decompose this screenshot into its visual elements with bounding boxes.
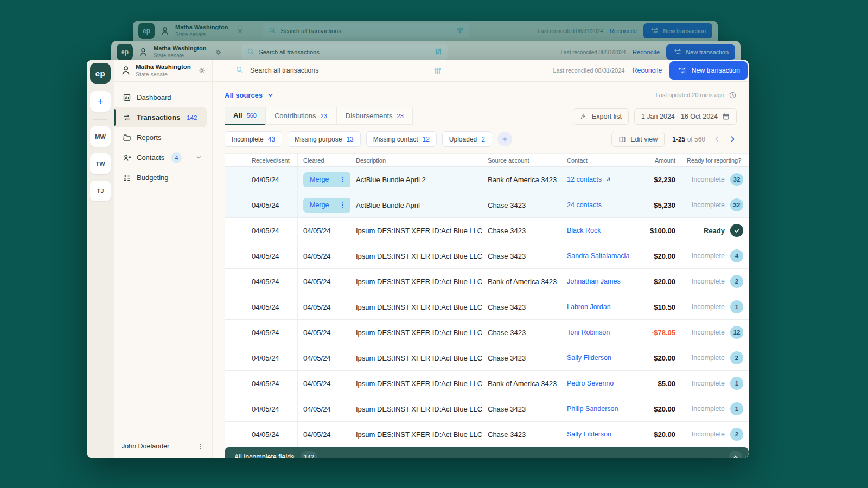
new-transaction-button[interactable]: New transaction	[669, 61, 748, 80]
gear-icon[interactable]	[198, 67, 206, 74]
contact-link[interactable]: Toni Robinson	[567, 329, 610, 336]
row-select-cell	[225, 320, 246, 345]
contact-link[interactable]: Philip Sanderson	[567, 405, 618, 413]
status-label: Incomplete	[692, 354, 725, 362]
row-select-cell	[225, 422, 246, 447]
chevron-up-icon[interactable]	[729, 451, 742, 459]
table-row[interactable]: 04/05/2404/05/24Ipsum DES:INST XFER ID:A…	[225, 422, 749, 447]
export-list-button[interactable]: Export list	[573, 108, 629, 125]
table-row[interactable]: 04/05/2404/05/24Ipsum DES:INST XFER ID:A…	[225, 320, 749, 345]
cell-amount: $20.00	[636, 243, 681, 268]
merge-button[interactable]: Merge	[303, 172, 350, 187]
table-row[interactable]: 04/05/2404/05/24Ipsum DES:INST XFER ID:A…	[225, 218, 749, 243]
date-range-picker[interactable]: 1 Jan 2024 - 16 Oct 2024	[634, 108, 737, 125]
kebab-menu-icon[interactable]	[339, 176, 347, 183]
table-row[interactable]: 04/05/2404/05/24Ipsum DES:INST XFER ID:A…	[225, 396, 749, 422]
status-label: Incomplete	[692, 380, 725, 387]
account-switcher[interactable]: Matha Washington State senate	[114, 60, 212, 82]
new-transaction-icon	[677, 67, 687, 74]
incomplete-fields-bar[interactable]: All incomplete fields 142	[225, 447, 749, 458]
footer-user-name: John Doelander	[122, 442, 169, 450]
tab-count: 23	[397, 113, 404, 119]
incomplete-count-badge[interactable]: 2	[730, 275, 743, 288]
cell-description: ActBlue Bundle April	[350, 192, 482, 217]
table-row[interactable]: 04/05/24MergeActBlue Bundle AprilChase 3…	[225, 192, 749, 218]
add-filter-button[interactable]	[497, 132, 512, 146]
incomplete-count-badge[interactable]: 4	[730, 249, 743, 262]
filter-chip-uploaded[interactable]: Uploaded2	[442, 131, 492, 147]
sidebar-item-count-pill: 4	[171, 152, 182, 163]
contact-link[interactable]: Johnathan James	[567, 278, 621, 285]
table-row[interactable]: 04/05/24MergeActBlue Bundle April 2Bank …	[225, 167, 749, 192]
sidebar-item-budgeting[interactable]: Budgeting	[114, 168, 207, 188]
column-header-description: Description	[350, 154, 482, 166]
contact-link[interactable]: Sally Filderson	[567, 431, 611, 438]
sidebar-item-contacts[interactable]: Contacts4	[114, 147, 207, 168]
cell-cleared: 04/05/24	[298, 269, 350, 294]
incomplete-count-badge[interactable]: 32	[730, 173, 743, 186]
status-label: Incomplete	[692, 431, 725, 438]
incomplete-count-badge[interactable]: 2	[730, 428, 743, 441]
cell-cleared: 04/05/24	[298, 371, 350, 396]
workspace-avatar-tw[interactable]: TW	[90, 153, 111, 174]
table-row[interactable]: 04/05/2404/05/24Ipsum DES:INST XFER ID:A…	[225, 294, 749, 320]
filter-chip-missing-contact[interactable]: Missing contact12	[366, 131, 437, 147]
cell-description: Ipsum DES:INST XFER ID:Act Blue LLC...	[350, 371, 482, 396]
incomplete-count-badge[interactable]: 2	[730, 351, 743, 364]
contact-link[interactable]: 12 contacts	[567, 176, 611, 183]
incomplete-count-badge[interactable]: 1	[730, 402, 743, 415]
incomplete-count-badge[interactable]: 1	[730, 377, 743, 390]
cell-source-account: Chase 3423	[482, 422, 561, 447]
table-row[interactable]: 04/05/2404/05/24Ipsum DES:INST XFER ID:A…	[225, 269, 749, 294]
contacts-icon	[123, 153, 131, 162]
edit-view-button[interactable]: Edit view	[611, 132, 665, 147]
merge-button[interactable]: Merge	[303, 198, 350, 213]
last-reconciled-text: Last reconciled 08/31/2024	[553, 67, 624, 74]
incomplete-fields-label: All incomplete fields	[234, 453, 294, 459]
contact-link[interactable]: Sally Filderson	[567, 354, 611, 362]
kebab-menu-icon[interactable]	[197, 442, 205, 450]
tab-all[interactable]: All560	[225, 107, 265, 125]
cell-received-sent: 04/05/24	[246, 320, 298, 345]
table-row[interactable]: 04/05/2404/05/24Ipsum DES:INST XFER ID:A…	[225, 243, 749, 269]
kebab-menu-icon[interactable]	[339, 201, 347, 209]
filter-chip-incomplete[interactable]: Incomplete43	[225, 131, 282, 147]
source-filter-dropdown[interactable]: All sources	[225, 91, 274, 99]
chevron-right-icon[interactable]	[729, 135, 737, 143]
sidebar-item-dashboard[interactable]: Dashboard	[114, 87, 207, 107]
sidebar-item-transactions[interactable]: Transactions142	[114, 107, 207, 127]
add-workspace-button[interactable]: +	[90, 91, 111, 112]
incomplete-count-badge[interactable]: 12	[730, 326, 743, 339]
filter-chips: Incomplete43Missing purpose13Missing con…	[225, 131, 512, 147]
column-header-source-account: Source account	[482, 154, 561, 166]
cell-cleared: 04/05/24	[298, 243, 350, 268]
cell-ready-status: Incomplete1	[681, 396, 749, 421]
cell-cleared: 04/05/24	[298, 294, 350, 319]
incomplete-count-badge[interactable]: 32	[730, 198, 743, 211]
contact-link[interactable]: 24 contacts	[567, 201, 602, 209]
contact-link[interactable]: Sandra Saltalamacia	[567, 252, 629, 260]
filter-sliders-icon[interactable]	[433, 67, 442, 75]
row-select-cell	[225, 269, 246, 294]
workspace-avatar-mw[interactable]: MW	[90, 126, 111, 147]
incomplete-count-badge[interactable]: 1	[730, 300, 743, 313]
contact-link[interactable]: Labron Jordan	[567, 303, 611, 311]
table-row[interactable]: 04/05/2404/05/24Ipsum DES:INST XFER ID:A…	[225, 345, 749, 371]
tab-disbursements[interactable]: Disbursements23	[336, 107, 413, 125]
main-panel: Last reconciled 08/31/2024 Reconcile New…	[213, 60, 749, 458]
cell-amount: $20.00	[636, 345, 681, 370]
filter-chip-missing-purpose[interactable]: Missing purpose13	[288, 131, 361, 147]
contact-link[interactable]: Pedro Severino	[567, 380, 614, 387]
workspace-avatar-tj[interactable]: TJ	[90, 181, 111, 201]
cell-source-account: Chase 3423	[482, 320, 561, 345]
chevron-left-icon[interactable]	[713, 135, 721, 143]
reconcile-link[interactable]: Reconcile	[632, 67, 662, 74]
sidebar-footer: John Doelander	[114, 434, 212, 458]
chevron-down-icon[interactable]	[195, 154, 202, 161]
table-row[interactable]: 04/05/2404/05/24Ipsum DES:INST XFER ID:A…	[225, 371, 749, 396]
clock-icon[interactable]	[729, 91, 737, 99]
contact-link[interactable]: Black Rock	[567, 227, 601, 234]
tab-contributions[interactable]: Contributions23	[265, 107, 336, 125]
search-input[interactable]	[249, 66, 428, 75]
sidebar-item-reports[interactable]: Reports	[114, 127, 207, 147]
